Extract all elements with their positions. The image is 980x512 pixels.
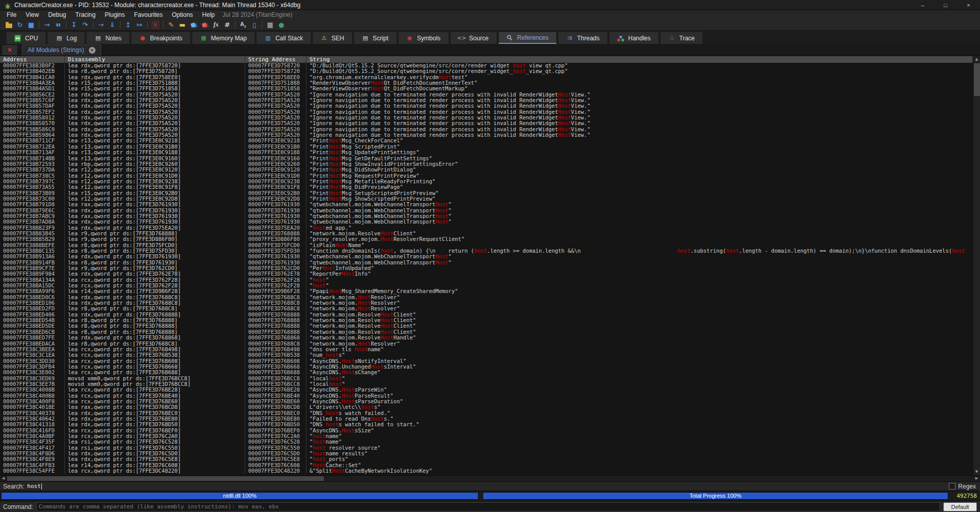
column-header-address[interactable]: Address — [0, 56, 65, 63]
table-row[interactable]: 00007FFE38B402EBlea r8,qword ptr ds:[7FF… — [0, 68, 973, 74]
tab-source[interactable]: <>Source — [450, 32, 497, 44]
tab-symbols[interactable]: ◉Symbols — [398, 32, 449, 44]
table-row[interactable]: 00007FFE38BED6CBlea r8,qword ptr ds:[7FF… — [0, 329, 973, 335]
table-row[interactable]: 00007FFE38B73A55lea r12,qword ptr ds:[7F… — [0, 184, 973, 190]
hash-icon[interactable]: # — [222, 20, 233, 30]
table-row[interactable]: 00007FFE38C4018Elea rax,qword ptr ds:[7F… — [0, 404, 973, 410]
table-row[interactable]: 00007FFE38B7397Clea r12,qword ptr ds:[7F… — [0, 179, 973, 184]
syscall-icon[interactable]: S — [150, 20, 161, 30]
table-row[interactable]: 00007FFE38B8C135lea r8,qword ptr ds:[7FF… — [0, 248, 973, 254]
table-row[interactable]: 00007FFE38C4008Blea rcx,qword ptr ds:[7F… — [0, 387, 973, 393]
table-row[interactable]: 00007FFE38C4F8E9lea rdx,qword ptr ds:[7F… — [0, 456, 973, 462]
table-row[interactable]: 00007FFE38B72593lea rbp,qword ptr ds:[7F… — [0, 161, 973, 167]
scroll-down-icon[interactable]: ▼ — [973, 469, 980, 475]
table-row[interactable]: 00007FFE38B7AD8Alea rdx,qword ptr ds:[7F… — [0, 219, 973, 225]
animate-into-icon[interactable]: ⇢ — [95, 20, 107, 30]
subtab-all-modules-strings[interactable]: All Modules (Strings) × — [22, 44, 101, 56]
table-row[interactable]: 00007FFE38C3DFB4lea rcx,qword ptr ds:[7F… — [0, 364, 973, 370]
table-row[interactable]: 00007FFE38B712EAlea r13,qword ptr ds:[7F… — [0, 144, 973, 150]
tab-seh[interactable]: ⚠SEH — [313, 32, 352, 44]
menu-favourites[interactable]: Favourites — [129, 11, 167, 18]
tab-script[interactable]: ▤Script — [354, 32, 397, 44]
table-row[interactable]: 00007FFE38BED54Blea r8,qword ptr ds:[7FF… — [0, 318, 973, 323]
table-row[interactable]: 00007FFE38C4A0BFlea rcx,qword ptr ds:[7F… — [0, 433, 973, 439]
table-row[interactable]: 00007FFE38C41318lea rdx,qword ptr ds:[7F… — [0, 422, 973, 427]
table-row[interactable]: 00007FFE38B4A5D1lea r15,qword ptr ds:[7F… — [0, 86, 973, 91]
functions-icon[interactable]: fx — [210, 20, 222, 30]
step-into-icon[interactable]: ↧ — [68, 20, 80, 30]
tab-cpu[interactable]: 64CPU — [6, 32, 46, 44]
table-row[interactable]: 00007FFE38BEDACAlea r8,qword ptr ds:[7FF… — [0, 341, 973, 347]
table-row[interactable]: 00007FFE38B57EF2lea rdx,qword ptr ds:[7F… — [0, 109, 973, 115]
table-row[interactable]: 00007FFE38BED406lea rdx,qword ptr ds:[7F… — [0, 312, 973, 318]
table-row[interactable]: 00007FFE38B9CF7Elea r9,qword ptr ds:[7FF… — [0, 265, 973, 271]
table-row[interactable]: 00007FFE38B4A3EAlea r15,qword ptr ds:[7F… — [0, 80, 973, 86]
tab-trace[interactable]: ∴Trace — [660, 32, 703, 44]
table-row[interactable]: 00007FFE38B58012lea rdx,qword ptr ds:[7F… — [0, 115, 973, 120]
table-row[interactable]: 00007FFE38B41CA0lea rdx,qword ptr ds:[7F… — [0, 75, 973, 80]
table-row[interactable]: 00007FFE38B713AFlea r13,qword ptr ds:[7F… — [0, 150, 973, 155]
table-row[interactable]: 00007FFE38B3B0F2lea rdx,qword ptr ds:[7F… — [0, 63, 973, 68]
scroll-up-icon[interactable]: ▲ — [973, 56, 980, 63]
table-row[interactable]: 00007FFE38BED7FElea rdx,qword ptr ds:[7F… — [0, 335, 973, 340]
table-row[interactable]: 00007FFE38BED5DElea r8,qword ptr ds:[7FF… — [0, 323, 973, 329]
tab-notes[interactable]: ▤Notes — [86, 32, 129, 44]
stop-icon[interactable]: ■ — [26, 20, 37, 30]
table-row[interactable]: 00007FFE38C40642lea rdx,qword ptr ds:[7F… — [0, 416, 973, 422]
minimize-button[interactable]: – — [911, 0, 934, 10]
globe-icon[interactable]: ● — [276, 20, 287, 30]
table-row[interactable]: 00007FFE38C416FDlea rcx,qword ptr ds:[7F… — [0, 428, 973, 433]
table-row[interactable]: 00007FFE38C3E002lea rcx,qword ptr ds:[7F… — [0, 370, 973, 375]
table-row[interactable]: 00007FFE38BA15DClea rcx,qword ptr ds:[7F… — [0, 283, 973, 288]
table-row[interactable]: 00007FFE38B79E6Clea rdx,qword ptr ds:[7F… — [0, 208, 973, 213]
menu-tracing[interactable]: Tracing — [71, 11, 101, 18]
table-row[interactable]: 00007FFE38C4F417lea rsi,qword ptr ds:[7F… — [0, 445, 973, 451]
table-row[interactable]: 00007FFE38B57DAFlea rdx,qword ptr ds:[7F… — [0, 103, 973, 109]
close-button[interactable]: × — [957, 0, 980, 10]
modem-icon[interactable]: ▯ — [249, 20, 260, 30]
open-file-icon[interactable] — [3, 20, 14, 30]
table-row[interactable]: 00007FFE38B57C6Flea rdx,qword ptr ds:[7F… — [0, 97, 973, 103]
table-row[interactable]: 00007FFE38BED2FDlea r8,qword ptr ds:[7FF… — [0, 306, 973, 311]
table-row[interactable]: 00007FFE38B714BBlea r13,qword ptr ds:[7F… — [0, 156, 973, 161]
maximize-button[interactable]: □ — [934, 0, 957, 10]
table-row[interactable]: 00007FFE38B738C5lea r12,qword ptr ds:[7F… — [0, 173, 973, 179]
table-row[interactable]: 00007FFE38B823F9lea rdx,qword ptr ds:[7F… — [0, 225, 973, 231]
table-row[interactable]: 00007FFE38C400F8lea rcx,qword ptr ds:[7F… — [0, 399, 973, 404]
step-out-icon[interactable]: ⇓ — [107, 20, 118, 30]
column-header-string-address[interactable]: String Address — [245, 56, 306, 63]
tab-handles[interactable]: Handles — [609, 32, 659, 44]
comment-icon[interactable]: ▬ — [177, 20, 188, 30]
scroll-left-icon[interactable]: ◀ — [0, 476, 7, 481]
table-row[interactable]: 00007FFE38B73C00lea r12,qword ptr ds:[7F… — [0, 196, 973, 202]
search-input[interactable]: host — [27, 483, 949, 490]
table-row[interactable]: 00007FFE38B8BEFElea r8,qword ptr ds:[7FF… — [0, 242, 973, 248]
table-row[interactable]: 00007FFE38C3C1EAlea rcx,qword ptr ds:[7F… — [0, 352, 973, 358]
table-row[interactable]: 00007FFE38B586C0lea rdx,qword ptr ds:[7F… — [0, 127, 973, 132]
tab-memory-map[interactable]: ▦Memory Map — [192, 32, 255, 44]
patches-icon[interactable]: ✎ — [165, 20, 177, 30]
menu-view[interactable]: View — [21, 11, 43, 18]
table-row[interactable]: 00007FFE38B56CE2lea rdx,qword ptr ds:[7F… — [0, 92, 973, 97]
table-row[interactable]: 00007FFE38C3BEEAlea rcx,qword ptr ds:[7F… — [0, 347, 973, 352]
table-row[interactable]: 00007FFE38C3DD30lea rcx,qword ptr ds:[7F… — [0, 358, 973, 364]
close-tab-icon[interactable]: × — [89, 47, 95, 54]
table-row[interactable]: 00007FFE38C4F8D6lea rdx,qword ptr ds:[7F… — [0, 451, 973, 456]
restart-icon[interactable]: ↻ — [14, 20, 26, 30]
menu-help[interactable]: Help — [198, 11, 220, 18]
tab-threads[interactable]: ⇉Threads — [558, 32, 608, 44]
vertical-scroll-thumb[interactable] — [974, 63, 980, 96]
run-icon[interactable]: → — [41, 20, 53, 30]
horizontal-scrollbar[interactable]: ◀ ▶ — [0, 475, 980, 481]
menu-options[interactable]: Options — [167, 11, 197, 18]
table-row[interactable]: 00007FFE38C54FFElea rcx,qword ptr ds:[7F… — [0, 468, 973, 474]
ascii-table-icon[interactable]: Az — [237, 20, 249, 30]
tab-breakpoints[interactable]: ●Breakpoints — [131, 32, 190, 44]
default-button[interactable]: Default — [943, 502, 977, 511]
vertical-scrollbar[interactable]: ▲ ▼ — [973, 56, 980, 475]
tab-references[interactable]: References — [498, 32, 557, 44]
table-row[interactable]: 00007FFE38B913A6lea rdx,qword ptr ds:[7F… — [0, 254, 973, 259]
table-row[interactable]: 00007FFE38BA99F6lea r14,qword ptr ds:[7F… — [0, 288, 973, 294]
table-row[interactable]: 00007FFE38B83B45lea r9,qword ptr ds:[7FF… — [0, 231, 973, 236]
tab-log[interactable]: ▤Log — [47, 32, 85, 44]
